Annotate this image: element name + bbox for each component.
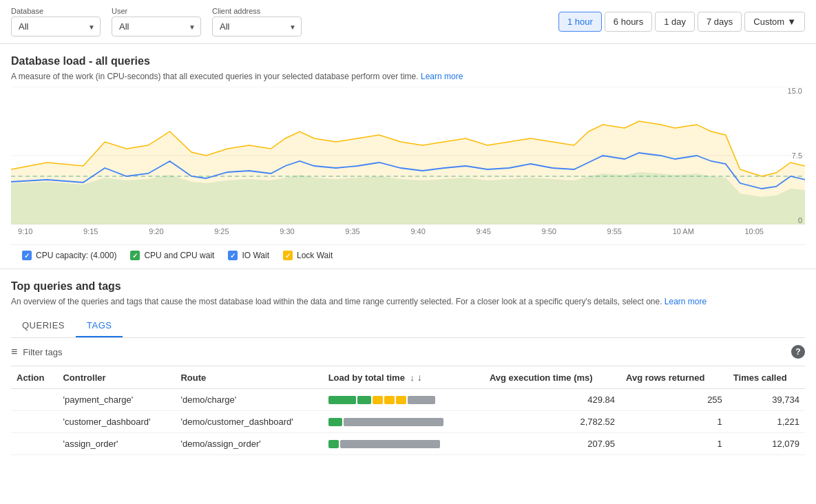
custom-label: Custom — [753, 17, 784, 27]
table-header-row: Action Controller Route Load by total ti… — [11, 366, 805, 389]
time-btn-1hour[interactable]: 1 hour — [558, 12, 602, 32]
tab-queries[interactable]: QUERIES — [11, 315, 76, 337]
client-address-wrapper: All — [212, 17, 302, 36]
x-label-9: 9:55 — [607, 227, 622, 235]
lock-wait-checkbox: ✓ — [283, 251, 293, 260]
col-action: Action — [11, 366, 57, 389]
row-1-avg-rows: 1 — [620, 411, 728, 433]
table-body: 'payment_charge''demo/charge'429.8425539… — [11, 389, 805, 455]
row-2-bar-seg-1 — [340, 440, 440, 448]
bottom-learn-more-link[interactable]: Learn more — [665, 297, 707, 306]
col-times-called: Times called — [728, 366, 805, 389]
table-row[interactable]: 'customer_dashboard''demo/customer_dashb… — [11, 411, 805, 433]
legend-io-wait[interactable]: ✓ IO Wait — [228, 251, 269, 260]
database-label: Database — [11, 7, 101, 15]
cpu-capacity-checkbox: ✓ — [22, 251, 32, 260]
row-0-bar-seg-0 — [328, 396, 356, 404]
row-0-bar-seg-3 — [384, 396, 395, 404]
learn-more-link[interactable]: Learn more — [421, 72, 463, 81]
cpu-wait-checkbox: ✓ — [130, 251, 140, 260]
database-wrapper: All — [11, 17, 101, 36]
user-dropdown-group: User All — [112, 7, 201, 36]
row-0-action — [11, 389, 57, 411]
x-label-10: 10 AM — [673, 227, 694, 235]
x-label-1: 9:15 — [83, 227, 98, 235]
row-2-avg-rows: 1 — [620, 433, 728, 455]
legend-lock-wait-label: Lock Wait — [297, 251, 333, 260]
io-wait-checkbox: ✓ — [228, 251, 238, 260]
row-0-bar-seg-1 — [357, 396, 371, 404]
table-row[interactable]: 'payment_charge''demo/charge'429.8425539… — [11, 389, 805, 411]
top-bar: Database All User All Client address All… — [0, 0, 816, 44]
col-route: Route — [175, 366, 322, 389]
user-wrapper: All — [112, 17, 201, 36]
y-axis: 15.0 7.5 0 — [774, 87, 805, 224]
chart-description: A measure of the work (in CPU-seconds) t… — [11, 72, 805, 81]
col-load[interactable]: Load by total time ↓ ↓ — [323, 366, 484, 389]
row-2-controller: 'assign_order' — [57, 433, 175, 455]
legend-cpu-capacity[interactable]: ✓ CPU capacity: (4.000) — [22, 251, 116, 260]
row-0-load-bar — [323, 389, 484, 411]
row-0-bar-seg-5 — [408, 396, 435, 404]
user-select[interactable]: All — [112, 17, 201, 36]
chart-section: Database load - all queries A measure of… — [0, 44, 816, 269]
row-2-avg-exec: 207.95 — [484, 433, 620, 455]
table-row[interactable]: 'assign_order''demo/assign_order'207.951… — [11, 433, 805, 455]
filter-row: ≡ Filter tags ? — [11, 338, 805, 366]
legend-cpu-wait-label: CPU and CPU wait — [144, 251, 214, 260]
client-address-select[interactable]: All — [212, 17, 302, 36]
row-1-action — [11, 411, 57, 433]
custom-button[interactable]: Custom ▼ — [744, 12, 805, 32]
row-0-avg-exec: 429.84 — [484, 389, 620, 411]
row-1-controller: 'customer_dashboard' — [57, 411, 175, 433]
client-address-dropdown-group: Client address All — [212, 7, 302, 36]
row-1-load-bar — [323, 411, 484, 433]
row-2-route: 'demo/assign_order' — [175, 433, 322, 455]
x-axis: 9:10 9:15 9:20 9:25 9:30 9:35 9:40 9:45 … — [11, 224, 771, 238]
x-label-2: 9:20 — [149, 227, 163, 235]
row-0-avg-rows: 255 — [620, 389, 728, 411]
client-address-label: Client address — [212, 7, 302, 15]
row-1-times-called: 1,221 — [728, 411, 805, 433]
sort-arrow-icon: ↓ — [410, 372, 415, 383]
x-label-6: 9:40 — [410, 227, 425, 235]
y-label-15: 15.0 — [788, 87, 802, 95]
x-label-8: 9:50 — [542, 227, 556, 235]
row-0-bar-seg-2 — [373, 396, 383, 404]
database-dropdown-group: Database All — [11, 7, 101, 36]
row-0-route: 'demo/charge' — [175, 389, 322, 411]
x-label-3: 9:25 — [214, 227, 229, 235]
tags-table: Action Controller Route Load by total ti… — [11, 366, 805, 455]
row-0-bar-container — [328, 396, 452, 404]
legend-cpu-wait[interactable]: ✓ CPU and CPU wait — [130, 251, 214, 260]
help-icon[interactable]: ? — [791, 345, 805, 359]
y-label-75: 7.5 — [792, 151, 802, 160]
tab-tags[interactable]: TAGS — [76, 315, 123, 337]
time-btn-6hours[interactable]: 6 hours — [605, 12, 652, 32]
filter-label: Filter tags — [23, 347, 62, 357]
x-label-4: 9:30 — [280, 227, 294, 235]
row-1-bar-seg-1 — [344, 418, 443, 426]
row-1-avg-exec: 2,782.52 — [484, 411, 620, 433]
x-label-7: 9:45 — [476, 227, 490, 235]
tabs-row: QUERIES TAGS — [11, 315, 805, 338]
row-0-bar-seg-4 — [396, 396, 406, 404]
row-1-route: 'demo/customer_dashboard' — [175, 411, 322, 433]
legend-lock-wait[interactable]: ✓ Lock Wait — [283, 251, 333, 260]
col-avg-exec: Avg execution time (ms) — [484, 366, 620, 389]
row-1-bar-container — [328, 418, 452, 426]
time-btn-7days[interactable]: 7 days — [698, 12, 742, 32]
database-select[interactable]: All — [11, 17, 101, 36]
col-controller: Controller — [57, 366, 175, 389]
y-label-0: 0 — [798, 216, 802, 224]
legend-io-wait-label: IO Wait — [242, 251, 269, 260]
row-0-times-called: 39,734 — [728, 389, 805, 411]
sort-download-button[interactable]: ↓ — [417, 372, 422, 383]
chart-svg-area — [11, 87, 805, 224]
filter-left: ≡ Filter tags — [11, 346, 62, 358]
row-2-bar-container — [328, 440, 452, 448]
col-avg-rows: Avg rows returned — [620, 366, 728, 389]
time-btn-1day[interactable]: 1 day — [655, 12, 695, 32]
row-2-times-called: 12,079 — [728, 433, 805, 455]
filter-icon: ≡ — [11, 346, 17, 358]
